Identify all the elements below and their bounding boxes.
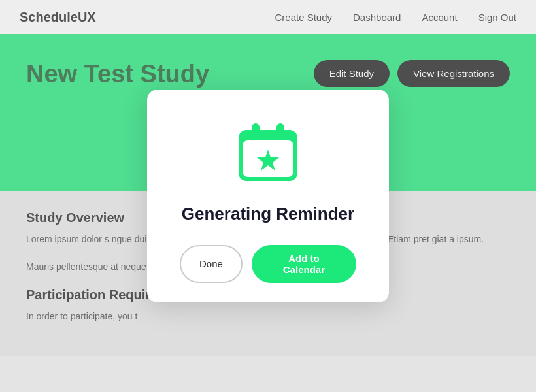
modal-overlay: Generating Reminder Done Add to Calendar <box>0 0 536 392</box>
calendar-star-icon <box>232 116 304 190</box>
modal-buttons: Done Add to Calendar <box>180 245 356 283</box>
add-to-calendar-button[interactable]: Add to Calendar <box>252 245 356 283</box>
done-button[interactable]: Done <box>180 245 243 283</box>
svg-rect-2 <box>276 123 284 138</box>
modal-title: Generating Reminder <box>182 203 354 225</box>
generating-reminder-modal: Generating Reminder Done Add to Calendar <box>147 90 389 302</box>
svg-rect-1 <box>252 123 260 138</box>
